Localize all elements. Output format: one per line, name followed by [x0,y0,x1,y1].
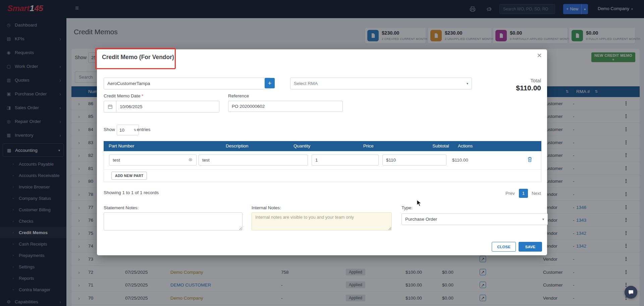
parts-column-header: Price [358,141,429,151]
chevron-down-icon: ▾ [542,217,544,221]
parts-table-header: Part NumberDescriptionQuantityPriceSubto… [104,141,541,151]
subtotal-value: $110.00 [452,158,468,163]
part-row: ⊗ $110.00 [104,151,541,170]
date-input[interactable] [116,101,219,112]
required-mark: * [142,93,143,98]
save-button[interactable]: SAVE [519,242,542,252]
price-input[interactable] [382,155,446,166]
parts-table: Part NumberDescriptionQuantityPriceSubto… [104,141,541,182]
parts-column-header: Quantity [288,141,358,151]
parts-column-header: Subtotal [429,141,453,151]
vendor-select[interactable]: AeroCustomerTampa ▾ [104,78,271,89]
close-icon[interactable]: × [537,51,542,60]
chevron-down-icon: ▾ [467,82,468,85]
statement-notes-textarea[interactable] [104,212,243,230]
close-button[interactable]: CLOSE [492,242,516,252]
pagination-prev[interactable]: Prev [503,189,518,198]
show-label: Show [104,127,115,132]
add-new-part-button[interactable]: ADD NEW PART [111,172,147,180]
internal-notes-label: Internal Notes: [252,205,281,210]
records-count-text: Showing 1 to 1 of 1 records [104,190,159,195]
entries-label: entries [137,127,151,132]
rma-select[interactable]: Select RMA ▾ [290,78,472,89]
internal-notes-textarea[interactable] [252,212,392,230]
chat-bubble-button[interactable] [625,286,637,299]
date-label: Credit Memo Date * [104,93,144,98]
chat-icon [628,289,634,295]
credit-memo-modal: Credit Memo (For Vendor) × AeroCustomerT… [97,49,547,255]
reference-label: Reference [228,93,249,98]
type-select[interactable]: Purchase Order ▾ [401,213,548,225]
quantity-input[interactable] [312,155,379,166]
reference-input[interactable] [228,101,343,112]
add-vendor-button[interactable]: + [265,78,275,88]
total-label: Total [530,78,541,83]
description-input[interactable] [199,155,308,166]
parts-column-header: Description [221,141,288,151]
calendar-icon[interactable] [104,101,116,112]
credit-memo-date-field [104,101,219,113]
modal-page-size-select[interactable]: 10 ⇅ [117,125,139,135]
clear-icon[interactable]: ⊗ [189,157,193,162]
pagination-next[interactable]: Next [530,189,543,198]
spinner-icon: ⇅ [133,128,136,132]
statement-notes-label: Statement Notes: [104,205,139,210]
pagination-page-1[interactable]: 1 [519,189,528,198]
total-value: $110.00 [516,84,541,92]
trash-icon[interactable] [527,157,532,164]
parts-column-header: Actions [453,141,473,151]
type-label: Type: [401,205,413,210]
modal-title: Credit Memo (For Vendor) [102,54,174,61]
parts-column-header: Part Number [104,141,221,151]
part-number-input[interactable] [109,155,197,166]
